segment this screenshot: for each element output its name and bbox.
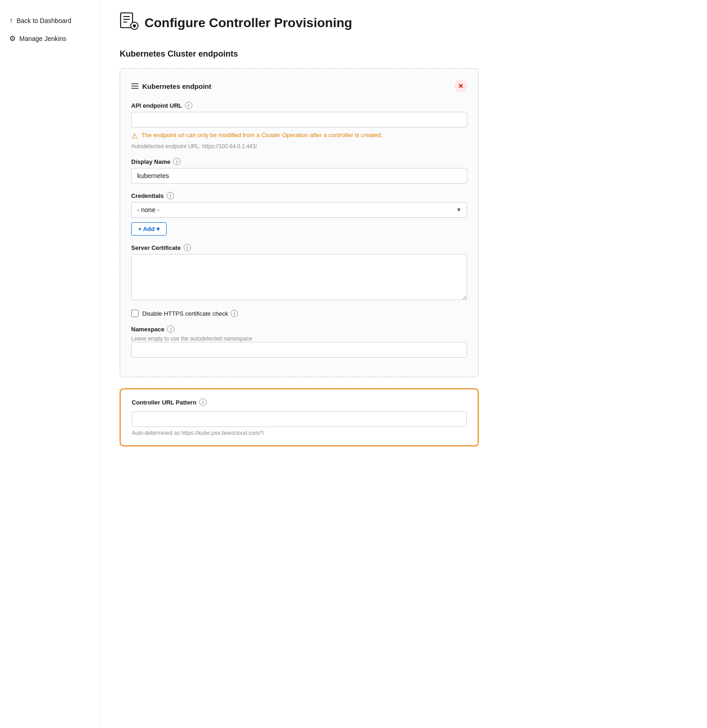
credentials-help-icon[interactable]: i (167, 192, 174, 199)
server-cert-help-icon[interactable]: i (184, 244, 191, 251)
api-endpoint-field-group: API endpoint URL i ⚠ The endpoint url ca… (131, 102, 467, 150)
display-name-field-group: Display Name i (131, 158, 467, 184)
section-title: Kubernetes Cluster endpoints (120, 49, 689, 59)
display-name-label: Display Name i (131, 158, 467, 165)
server-certificate-textarea[interactable] (131, 254, 467, 300)
warning-triangle-icon: ⚠ (131, 132, 138, 140)
api-endpoint-input[interactable] (131, 112, 467, 127)
add-btn-chevron-icon: ▾ (156, 225, 160, 232)
add-credentials-button[interactable]: + Add ▾ (131, 222, 167, 236)
back-to-dashboard-link[interactable]: ↑ Back to Dashboard (7, 13, 93, 29)
disable-https-label: Disable HTTPS certificate check i (142, 310, 238, 317)
page-header: Configure Controller Provisioning (120, 11, 689, 35)
namespace-hint-text: Leave empty to use the autodetected name… (131, 335, 467, 342)
credentials-select-wrapper: - none - ▼ (131, 202, 467, 218)
main-content: Configure Controller Provisioning Kubern… (101, 0, 707, 728)
disable-https-row: Disable HTTPS certificate check i (131, 310, 467, 317)
namespace-label: Namespace i (131, 325, 467, 333)
page-icon (120, 11, 139, 35)
kubernetes-endpoint-card: Kubernetes endpoint ✕ API endpoint URL i… (120, 68, 479, 377)
disable-https-checkbox[interactable] (131, 310, 139, 317)
credentials-field-group: Credentials i - none - ▼ + Add ▾ (131, 192, 467, 236)
api-endpoint-label: API endpoint URL i (131, 102, 467, 109)
manage-jenkins-label: Manage Jenkins (19, 35, 66, 42)
auto-determined-text: Auto-determined as https://kube.pse.bees… (132, 430, 467, 436)
remove-endpoint-button[interactable]: ✕ (454, 80, 467, 92)
display-name-input[interactable] (131, 168, 467, 184)
namespace-input[interactable] (131, 342, 467, 358)
controller-url-input[interactable] (132, 411, 467, 427)
disable-https-help-icon[interactable]: i (231, 310, 238, 317)
manage-jenkins-link[interactable]: ⚙ Manage Jenkins (7, 30, 93, 46)
card-header: Kubernetes endpoint ✕ (131, 80, 467, 92)
credentials-label: Credentials i (131, 192, 467, 199)
back-to-dashboard-label: Back to Dashboard (17, 17, 71, 24)
controller-url-help-icon[interactable]: i (199, 399, 207, 406)
server-certificate-field-group: Server Certificate i (131, 244, 467, 301)
gear-icon: ⚙ (9, 34, 16, 43)
autodetect-url-text: Autodetected endpoint URL: https://100.6… (131, 143, 467, 150)
api-endpoint-help-icon[interactable]: i (185, 102, 192, 109)
namespace-help-icon[interactable]: i (167, 325, 174, 333)
controller-url-title: Controller URL Pattern i (132, 399, 467, 406)
warning-message: The endpoint url can only be modified fr… (141, 131, 382, 139)
endpoint-card-title: Kubernetes endpoint (142, 82, 211, 90)
arrow-up-icon: ↑ (9, 17, 13, 25)
card-header-left: Kubernetes endpoint (131, 82, 211, 90)
namespace-field-group: Namespace i Leave empty to use the autod… (131, 325, 467, 358)
controller-url-card: Controller URL Pattern i Auto-determined… (120, 388, 479, 446)
server-certificate-label: Server Certificate i (131, 244, 467, 251)
display-name-help-icon[interactable]: i (173, 158, 180, 165)
api-endpoint-warning: ⚠ The endpoint url can only be modified … (131, 131, 467, 140)
drag-handle-icon[interactable] (131, 83, 139, 89)
credentials-select[interactable]: - none - (131, 202, 467, 218)
page-title: Configure Controller Provisioning (145, 16, 352, 30)
sidebar: ↑ Back to Dashboard ⚙ Manage Jenkins (0, 0, 101, 728)
